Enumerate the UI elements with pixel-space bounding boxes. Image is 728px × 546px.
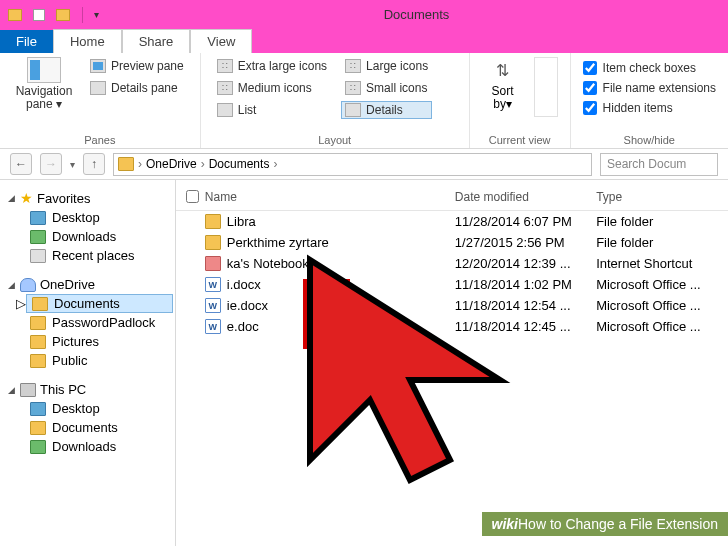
- file-row[interactable]: Libra11/28/2014 6:07 PMFile folder: [176, 211, 728, 232]
- col-header-date[interactable]: Date modified: [455, 190, 596, 206]
- file-type: File folder: [596, 235, 728, 250]
- file-type: Microsoft Office ...: [596, 277, 728, 292]
- folder-icon: [30, 316, 46, 330]
- ribbon-group-showhide: Item check boxes File name extensions Hi…: [571, 53, 728, 148]
- layout-small[interactable]: Small icons: [341, 79, 432, 97]
- tree-head-thispc[interactable]: ◢This PC: [2, 380, 173, 399]
- up-button[interactable]: ↑: [83, 153, 105, 175]
- onedrive-label: OneDrive: [40, 277, 95, 292]
- caption-text: How to Change a File Extension: [518, 516, 718, 532]
- file-type: File folder: [596, 214, 728, 229]
- ribbon: Navigation pane ▾ Preview pane Details p…: [0, 53, 728, 149]
- small-icon: [345, 81, 361, 95]
- tree-item-desktop[interactable]: Desktop: [26, 208, 173, 227]
- preview-pane-button[interactable]: Preview pane: [86, 57, 188, 75]
- layout-large[interactable]: Large icons: [341, 57, 432, 75]
- select-all-checkbox[interactable]: [186, 190, 199, 203]
- file-row[interactable]: e.doc11/18/2014 12:45 ...Microsoft Offic…: [176, 316, 728, 337]
- folder-icon: [6, 6, 24, 24]
- breadcrumb[interactable]: › OneDrive › Documents ›: [113, 153, 592, 176]
- col-header-name[interactable]: Name: [205, 190, 455, 206]
- qat-divider: [82, 7, 83, 23]
- tree-item-pc-desktop[interactable]: Desktop: [26, 399, 173, 418]
- tree-item-pc-downloads[interactable]: Downloads: [26, 437, 173, 456]
- check-item-checkboxes[interactable]: Item check boxes: [583, 61, 716, 75]
- tree-head-onedrive[interactable]: ◢OneDrive: [2, 275, 173, 294]
- properties-icon[interactable]: [30, 6, 48, 24]
- file-row[interactable]: i.docx11/18/2014 1:02 PMMicrosoft Office…: [176, 274, 728, 295]
- tab-view[interactable]: View: [190, 29, 252, 53]
- nav-tree[interactable]: ◢★Favorites Desktop Downloads Recent pla…: [0, 180, 176, 546]
- tree-item-documents[interactable]: ▷Documents: [26, 294, 173, 313]
- tree-item-pc-documents[interactable]: Documents: [26, 418, 173, 437]
- layout-list[interactable]: List: [213, 101, 331, 119]
- tree-thispc: ◢This PC Desktop Documents Downloads: [2, 380, 173, 456]
- column-headers[interactable]: Name Date modified Type: [176, 186, 728, 211]
- medium-label: Medium icons: [238, 81, 312, 95]
- check-file-extensions[interactable]: File name extensions: [583, 81, 716, 95]
- large-label: Large icons: [366, 59, 428, 73]
- breadcrumb-sep: ›: [201, 157, 205, 171]
- star-icon: ★: [20, 190, 33, 206]
- tab-share[interactable]: Share: [122, 29, 191, 53]
- caption-watermark: wikiHow to Change a File Extension: [482, 512, 728, 536]
- file-row[interactable]: Perkthime zyrtare1/27/2015 2:56 PMFile f…: [176, 232, 728, 253]
- navigation-pane-icon: [27, 57, 61, 83]
- tree-onedrive: ◢OneDrive ▷Documents PasswordPadlock Pic…: [2, 275, 173, 370]
- sort-icon: ⇅: [488, 57, 518, 83]
- tree-item-passwordpadlock[interactable]: PasswordPadlock: [26, 313, 173, 332]
- breadcrumb-folder-icon: [118, 157, 134, 171]
- item-checkboxes-checkbox[interactable]: [583, 61, 597, 75]
- navigation-pane-button[interactable]: Navigation pane ▾: [12, 57, 76, 111]
- group-label-currentview: Current view: [482, 132, 558, 148]
- file-date: 11/28/2014 6:07 PM: [455, 214, 596, 229]
- downloads-icon: [30, 230, 46, 244]
- recent-locations-dropdown[interactable]: ▾: [70, 159, 75, 170]
- details-pane-button[interactable]: Details pane: [86, 79, 188, 97]
- file-extensions-checkbox[interactable]: [583, 81, 597, 95]
- tree-item-label: Desktop: [52, 401, 100, 416]
- file-name: e.doc: [227, 319, 259, 334]
- highlight-box: [303, 279, 350, 349]
- qat-dropdown-icon[interactable]: ▾: [87, 6, 105, 24]
- layout-extralarge[interactable]: Extra large icons: [213, 57, 331, 75]
- file-list[interactable]: Name Date modified Type Libra11/28/2014 …: [176, 180, 728, 546]
- folder-icon: [205, 214, 221, 229]
- file-row[interactable]: ka's Notebook12/20/2014 12:39 ...Interne…: [176, 253, 728, 274]
- addressbar: ← → ▾ ↑ › OneDrive › Documents › Search …: [0, 149, 728, 180]
- hidden-items-checkbox[interactable]: [583, 101, 597, 115]
- tree-item-recent[interactable]: Recent places: [26, 246, 173, 265]
- forward-button[interactable]: →: [40, 153, 62, 175]
- layout-medium[interactable]: Medium icons: [213, 79, 331, 97]
- crumb-documents[interactable]: Documents: [209, 157, 270, 171]
- back-button[interactable]: ←: [10, 153, 32, 175]
- tree-item-downloads[interactable]: Downloads: [26, 227, 173, 246]
- tree-head-favorites[interactable]: ◢★Favorites: [2, 188, 173, 208]
- tree-item-pictures[interactable]: Pictures: [26, 332, 173, 351]
- col-header-type[interactable]: Type: [596, 190, 728, 206]
- expand-icon: ◢: [6, 280, 16, 290]
- titlebar: ▾ Documents: [0, 0, 728, 29]
- ribbon-group-currentview: ⇅ Sort by▾ Current view: [470, 53, 571, 148]
- doc-icon: [205, 319, 221, 334]
- search-input[interactable]: Search Docum: [600, 153, 718, 176]
- tab-file[interactable]: File: [0, 30, 53, 53]
- folder-icon: [205, 235, 221, 250]
- tree-item-label: PasswordPadlock: [52, 315, 155, 330]
- check-hidden-items[interactable]: Hidden items: [583, 101, 716, 115]
- layout-details[interactable]: Details: [341, 101, 432, 119]
- file-name: Libra: [227, 214, 256, 229]
- recent-icon: [30, 249, 46, 263]
- file-name: ka's Notebook: [227, 256, 309, 271]
- columns-button[interactable]: [534, 57, 558, 117]
- new-folder-icon[interactable]: [54, 6, 72, 24]
- crumb-onedrive[interactable]: OneDrive: [146, 157, 197, 171]
- tab-home[interactable]: Home: [53, 29, 122, 53]
- favorites-label: Favorites: [37, 191, 90, 206]
- list-icon: [217, 103, 233, 117]
- tree-item-public[interactable]: Public: [26, 351, 173, 370]
- extralarge-icon: [217, 59, 233, 73]
- file-row[interactable]: ie.docx11/18/2014 12:54 ...Microsoft Off…: [176, 295, 728, 316]
- sort-by-button[interactable]: ⇅ Sort by▾: [482, 57, 524, 111]
- ribbon-tabstrip: File Home Share View: [0, 29, 728, 53]
